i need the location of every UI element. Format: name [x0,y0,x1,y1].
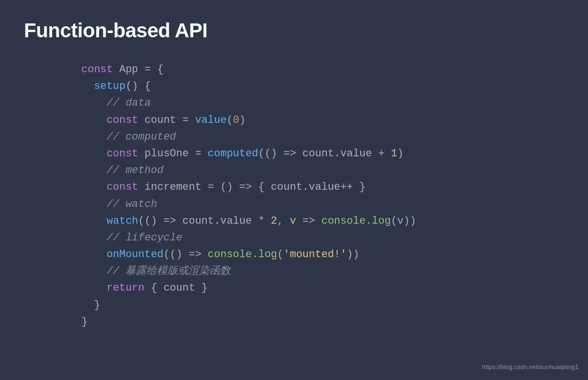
page: Function-based API const App = { setup()… [0,0,588,380]
code-line-8: const increment = () => { count.value++ … [81,179,564,195]
code-line-5: // computed [81,129,564,145]
code-line-6: const plusOne = computed(() => count.val… [81,145,564,162]
code-line-12: onMounted(() => console.log('mounted!')) [81,246,564,263]
page-title: Function-based API [24,19,564,42]
code-line-13: // 暴露给模版或渲染函数 [81,263,564,280]
code-line-9: // watch [81,196,564,213]
code-line-15: } [81,297,564,314]
code-line-4: const count = value(0) [81,112,564,129]
code-line-7: // method [81,162,564,179]
code-line-14: return { count } [81,280,564,296]
code-line-3: // data [81,95,564,111]
code-line-10: watch(() => count.value * 2, v => consol… [81,213,564,229]
code-line-2: setup() { [81,78,564,95]
code-line-1: const App = { [81,61,564,78]
code-block: const App = { setup() { // data const co… [24,61,564,330]
code-line-16: } [81,314,564,330]
watermark: https://blog.csdn.net/sunhuaqiang1 [482,363,578,370]
code-line-11: // lifecycle [81,229,564,246]
